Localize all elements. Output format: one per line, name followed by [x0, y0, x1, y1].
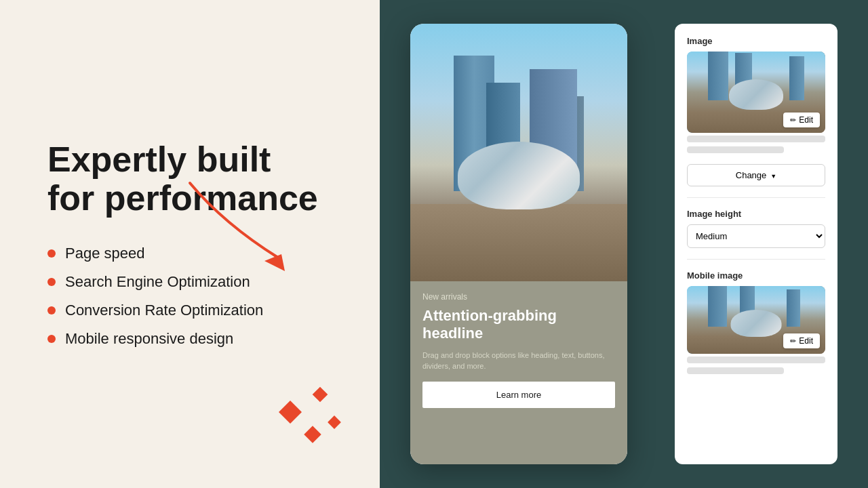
placeholder-lines — [687, 136, 825, 153]
placeholder-line — [687, 357, 825, 363]
diamond-decoration — [313, 387, 328, 403]
change-label: Change — [736, 170, 767, 180]
learn-more-button[interactable]: Learn more — [422, 382, 615, 408]
mobile-image-preview: Edit — [687, 286, 825, 354]
list-item: Conversion Rate Optimization — [47, 302, 339, 319]
edit-label: Edit — [799, 115, 813, 125]
phone-mockup: New arrivals Attention-grabbing headline… — [410, 24, 627, 464]
main-title: Expertly built for performance — [47, 140, 339, 218]
placeholder-line — [687, 136, 825, 142]
preview-bean — [729, 79, 783, 110]
diamond-decoration — [328, 415, 341, 429]
preview-bean — [731, 310, 782, 337]
bullet-dot — [47, 335, 56, 343]
mobile-image-section: Mobile image Edit — [687, 270, 825, 374]
image-height-section: Image height Small Medium Large — [687, 209, 825, 248]
left-panel: Expertly built for performance Page spee… — [0, 0, 380, 488]
preview-building — [789, 56, 804, 100]
list-item: Mobile responsive design — [47, 330, 339, 348]
title-line1: Expertly built — [47, 140, 271, 179]
mobile-image-label: Mobile image — [687, 270, 825, 281]
placeholder-line — [687, 146, 784, 153]
phone-content: New arrivals Attention-grabbing headline… — [410, 281, 627, 464]
ground-decoration — [410, 204, 627, 281]
mobile-edit-label: Edit — [799, 336, 813, 346]
image-preview: Edit — [687, 52, 825, 133]
bullet-text: Search Engine Optimization — [65, 273, 250, 291]
pencil-icon — [790, 336, 796, 346]
preview-building — [708, 52, 728, 100]
pencil-icon — [790, 115, 796, 125]
image-edit-button[interactable]: Edit — [783, 113, 820, 127]
bullet-dot — [47, 306, 56, 314]
diamond-decoration — [279, 401, 302, 424]
mobile-image-edit-button[interactable]: Edit — [783, 333, 820, 348]
bullet-dot — [47, 278, 56, 286]
phone-tag: New arrivals — [422, 292, 615, 302]
bullet-text: Page speed — [65, 245, 144, 262]
bullet-dot — [47, 249, 56, 258]
preview-building — [787, 289, 800, 327]
divider — [687, 197, 825, 198]
phone-hero-image-section — [410, 24, 627, 281]
settings-sidebar: Image Edit Change — [675, 24, 837, 464]
bean-sculpture — [458, 142, 580, 209]
bullet-text: Conversion Rate Optimization — [65, 302, 263, 319]
image-section: Image Edit — [687, 36, 825, 153]
mobile-placeholder-lines — [687, 357, 825, 374]
diamond-decoration — [304, 426, 321, 443]
feature-list: Page speed Search Engine Optimization Co… — [47, 245, 339, 348]
change-button[interactable]: Change — [687, 164, 825, 186]
bullet-text: Mobile responsive design — [65, 330, 233, 348]
chevron-down-icon — [770, 170, 776, 180]
placeholder-line — [687, 367, 784, 374]
right-panel: New arrivals Attention-grabbing headline… — [380, 0, 868, 488]
divider — [687, 259, 825, 260]
phone-body: Drag and drop block options like heading… — [422, 350, 615, 372]
image-height-select[interactable]: Small Medium Large — [687, 224, 825, 248]
image-height-label: Image height — [687, 209, 825, 219]
phone-headline: Attention-grabbing headline — [422, 307, 615, 343]
list-item: Page speed — [47, 245, 339, 262]
list-item: Search Engine Optimization — [47, 273, 339, 291]
image-label: Image — [687, 36, 825, 46]
preview-building — [708, 286, 727, 327]
title-line2: for performance — [47, 178, 318, 218]
